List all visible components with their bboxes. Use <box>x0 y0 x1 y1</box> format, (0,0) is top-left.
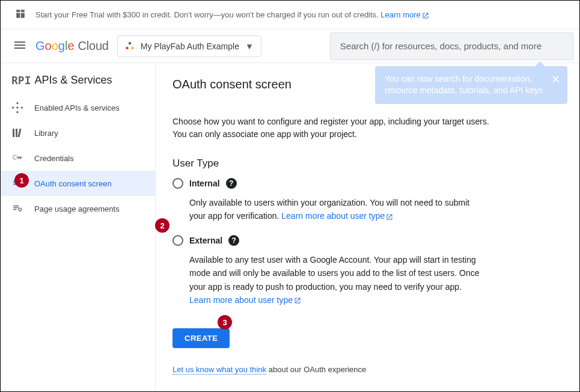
external-desc-text: Available to any test user with a Google… <box>189 255 480 292</box>
free-trial-banner: Start your Free Trial with $300 in credi… <box>1 1 579 29</box>
internal-learn-more-link[interactable]: Learn more about user type <box>281 211 393 221</box>
feedback-link[interactable]: Let us know what you think <box>172 365 266 375</box>
svg-rect-11 <box>16 106 19 109</box>
project-name: My PlayFab Auth Example <box>141 41 239 51</box>
search-input[interactable] <box>330 32 573 60</box>
app-header: Google Cloud My PlayFab Auth Example ▼ Y… <box>1 29 579 63</box>
key-icon <box>11 153 23 164</box>
gift-icon <box>15 8 26 21</box>
user-type-internal-row: Internal ? <box>172 178 563 189</box>
help-icon[interactable]: ? <box>226 178 237 189</box>
search-hint-callout: You can now search for documentation, re… <box>375 66 567 104</box>
banner-message: Start your Free Trial with $300 in credi… <box>35 10 380 19</box>
svg-rect-9 <box>12 106 14 109</box>
hamburger-menu-icon[interactable] <box>13 38 27 54</box>
external-learn-more-link[interactable]: Learn more about user type <box>189 295 301 305</box>
svg-point-5 <box>126 46 128 49</box>
sidebar-item-label: Library <box>34 129 58 138</box>
svg-point-15 <box>19 208 22 211</box>
sidebar-item-label: Page usage agreements <box>34 204 120 213</box>
radio-internal[interactable] <box>172 178 183 189</box>
svg-rect-3 <box>21 10 25 12</box>
svg-rect-13 <box>16 129 17 137</box>
library-icon <box>11 127 23 138</box>
list-gear-icon <box>11 203 23 214</box>
search-hint-text: You can now search for documentation, re… <box>385 74 543 96</box>
sidebar-item-label: Credentials <box>34 154 74 163</box>
radio-internal-label: Internal <box>189 179 220 188</box>
svg-rect-10 <box>20 106 23 109</box>
svg-point-6 <box>131 46 133 49</box>
intro-text: Choose how you want to configure and reg… <box>172 115 497 141</box>
sidebar-item-label: Enabled APIs & services <box>34 103 120 112</box>
annotation-badge-2: 2 <box>155 218 169 233</box>
annotation-badge-3: 3 <box>218 315 232 329</box>
svg-rect-7 <box>16 102 19 105</box>
diamond-dots-icon <box>11 102 23 113</box>
main-content: OAuth consent screen Choose how you want… <box>156 63 579 391</box>
api-icon: RPI <box>11 74 31 87</box>
sidebar-title-text: APIs & Services <box>35 74 112 87</box>
svg-rect-14 <box>18 129 22 137</box>
sidebar-item-page-usage[interactable]: Page usage agreements <box>1 196 155 221</box>
sidebar: RPI APIs & Services Enabled APIs & servi… <box>1 63 156 391</box>
radio-external[interactable] <box>172 235 183 246</box>
project-selector[interactable]: My PlayFab Auth Example ▼ <box>117 35 261 57</box>
banner-text: Start your Free Trial with $300 in credi… <box>35 10 429 19</box>
svg-rect-12 <box>13 129 14 137</box>
sidebar-title[interactable]: RPI APIs & Services <box>1 66 155 95</box>
svg-rect-2 <box>16 10 20 12</box>
google-cloud-logo[interactable]: Google Cloud <box>35 39 109 53</box>
sidebar-item-library[interactable]: Library <box>1 120 155 145</box>
svg-point-4 <box>129 41 131 44</box>
radio-external-label: External <box>189 236 222 245</box>
svg-rect-8 <box>16 111 19 113</box>
help-icon[interactable]: ? <box>228 235 239 246</box>
user-type-external-row: External ? <box>172 235 563 246</box>
sidebar-item-label: OAuth consent screen <box>34 179 112 188</box>
external-description: Available to any test user with a Google… <box>172 246 485 319</box>
feedback-line: Let us know what you think about our OAu… <box>172 365 563 374</box>
internal-description: Only available to users within your orga… <box>172 189 485 235</box>
create-button[interactable]: CREATE <box>172 328 230 348</box>
project-icon <box>125 41 135 51</box>
user-type-heading: User Type <box>172 158 563 170</box>
caret-down-icon: ▼ <box>245 41 254 51</box>
sidebar-item-enabled-apis[interactable]: Enabled APIs & services <box>1 95 155 120</box>
logo-cloud-text: Cloud <box>78 39 109 53</box>
banner-learn-more-link[interactable]: Learn more <box>380 10 429 19</box>
svg-rect-0 <box>16 13 20 18</box>
annotation-badge-1: 1 <box>14 173 29 188</box>
svg-rect-1 <box>21 13 25 18</box>
close-icon[interactable]: ✕ <box>551 72 560 87</box>
feedback-suffix: about our OAuth experience <box>266 365 366 374</box>
sidebar-item-credentials[interactable]: Credentials <box>1 145 155 171</box>
